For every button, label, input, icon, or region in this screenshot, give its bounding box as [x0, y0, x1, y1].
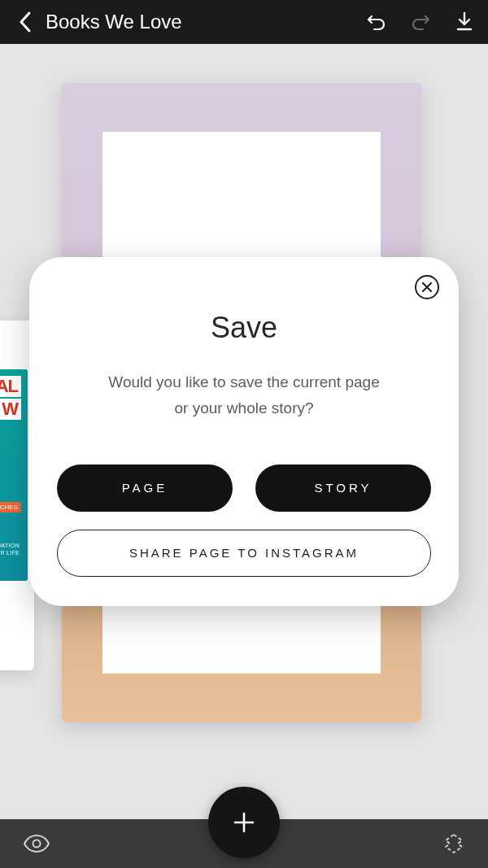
book-subtitle-fragment: VATIONUR LIFE [0, 542, 20, 556]
book-cover-thumbnail: AL W CHES VATIONUR LIFE [0, 369, 28, 581]
save-page-button[interactable]: PAGE [57, 465, 233, 512]
close-button[interactable] [415, 275, 439, 299]
save-dialog: Save Would you like to save the current … [29, 257, 459, 606]
back-button[interactable] [11, 0, 39, 44]
preview-button[interactable] [23, 835, 50, 853]
redo-button[interactable] [410, 12, 433, 32]
svg-point-0 [33, 840, 41, 848]
dialog-button-row: PAGE STORY [57, 465, 431, 512]
book-title-fragment: AL [0, 376, 21, 397]
save-story-button[interactable]: STORY [255, 465, 431, 512]
download-button[interactable] [455, 11, 473, 33]
add-button[interactable] [208, 787, 280, 858]
header-bar: Books We Love [0, 0, 488, 44]
book-badge: CHES [0, 502, 21, 513]
undo-button[interactable] [364, 12, 387, 32]
dialog-title: Save [57, 311, 431, 345]
dialog-message: Would you like to save the current page … [57, 369, 431, 422]
layers-button[interactable] [442, 832, 465, 855]
book-title-fragment: W [0, 399, 21, 420]
share-instagram-button[interactable]: SHARE PAGE TO INSTAGRAM [57, 530, 431, 577]
page-title: Books We Love [46, 11, 364, 33]
header-actions [364, 11, 473, 33]
